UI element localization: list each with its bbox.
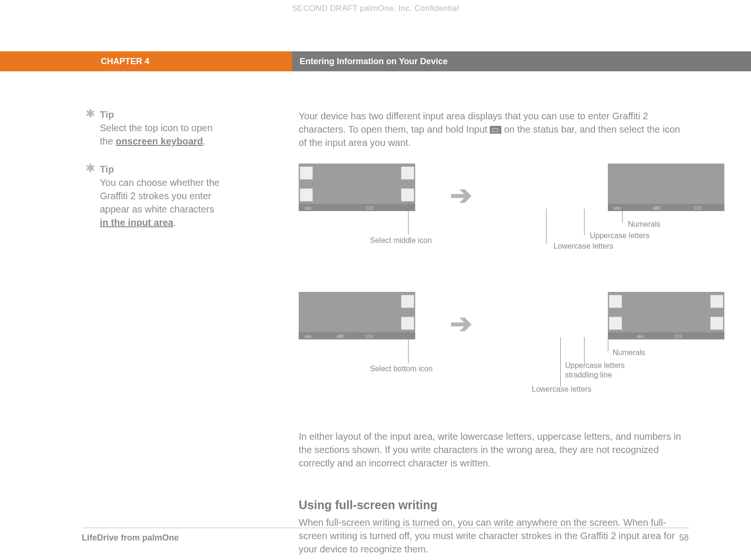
device-corner-icon [609, 295, 622, 308]
footer-title: LifeDrive from palmOne [82, 533, 179, 543]
diagram-bottom-icon: abc ABC 123 Select bottom icon ➔ abc 123… [299, 292, 689, 396]
device-image-right: abc 123 [608, 292, 724, 339]
bar-label: abc [636, 334, 644, 339]
intro-paragraph: Your device has two different input area… [299, 109, 689, 149]
tip-block: ✱ Tip Select the top icon to open the on… [86, 109, 224, 148]
chapter-label: CHAPTER 4 [0, 51, 292, 71]
callout-line [546, 209, 546, 244]
page-footer: LifeDrive from palmOne 58 [82, 528, 689, 543]
bar-label: ABC [653, 206, 661, 211]
callout-line [560, 337, 561, 387]
bar-label: ABC [337, 334, 344, 339]
device-corner-icon [300, 166, 313, 180]
device-corner-icon [609, 317, 622, 330]
callout-line [584, 209, 585, 235]
arrow-icon: ➔ [450, 308, 472, 339]
device-image-left: abc ABC 123 [299, 292, 415, 339]
callout-numerals: Numerals [628, 220, 660, 229]
tip-text: . [203, 136, 206, 146]
device-corner-icon [401, 188, 414, 202]
page-number: 58 [679, 533, 689, 543]
arrow-icon: ➔ [450, 180, 472, 211]
callout-lowercase: Lowercase letters [554, 241, 613, 251]
chapter-title: Entering Information on Your Device [292, 51, 751, 71]
diagram-middle-icon: abc 123 Select middle icon ➔ abc ABC 123… [299, 164, 689, 259]
callout-lowercase: Lowercase letters [532, 385, 591, 394]
callout-select-middle: Select middle icon [370, 236, 432, 245]
tip-body: You can choose whether the Graffiti 2 st… [100, 176, 224, 229]
device-bottom-bar: abc 123 [299, 204, 415, 211]
device-corner-icon [710, 317, 723, 330]
callout-select-bottom: Select bottom icon [370, 364, 433, 374]
callout-uppercase-straddle: Uppercase letters straddling line [565, 361, 641, 380]
sidebar-tips: ✱ Tip Select the top icon to open the on… [86, 109, 224, 245]
tip-block: ✱ Tip You can choose whether the Graffit… [86, 164, 224, 229]
callout-text: Select bottom icon [370, 365, 433, 373]
heading-fullscreen-writing: Using full-screen writing [299, 498, 689, 512]
callout-uppercase: Uppercase letters [590, 231, 649, 241]
callout-line [408, 202, 409, 235]
tip-link-input-area[interactable]: in the input area [100, 217, 173, 228]
device-corner-icon [401, 166, 414, 180]
device-corner-icon [401, 295, 414, 308]
bar-label: 123 [365, 206, 373, 211]
tip-heading: Tip [86, 164, 224, 175]
tip-link-onscreen-keyboard[interactable]: onscreen keyboard [116, 136, 203, 146]
device-image-left: abc 123 [299, 164, 415, 211]
asterisk-icon: ✱ [86, 164, 95, 173]
device-corner-icon [710, 295, 723, 308]
tip-heading: Tip [86, 109, 224, 120]
bar-label: abc [304, 206, 312, 211]
bar-label: 123 [674, 334, 682, 339]
tip-body: Select the top icon to open the onscreen… [100, 121, 224, 148]
bar-label: abc [304, 334, 312, 339]
middle-paragraph: In either layout of the input area, writ… [299, 430, 689, 470]
watermark-text: SECOND DRAFT palmOne, Inc. Confidential [0, 4, 751, 13]
callout-line [608, 337, 608, 351]
bar-label: 123 [365, 334, 373, 339]
device-corner-icon [401, 317, 414, 330]
main-content: Your device has two different input area… [299, 109, 689, 560]
callout-line [622, 209, 623, 223]
bar-label: abc [614, 206, 621, 211]
input-icon [490, 126, 501, 134]
device-bottom-bar: abc 123 [608, 332, 724, 339]
tip-text: . [173, 217, 176, 228]
device-corner-icon [300, 188, 313, 202]
device-bottom-bar: abc ABC 123 [299, 332, 415, 339]
callout-numerals: Numerals [613, 348, 645, 357]
callout-line [584, 337, 585, 363]
device-image-right: abc ABC 123 [608, 164, 724, 211]
chapter-banner: CHAPTER 4 Entering Information on Your D… [0, 51, 751, 71]
callout-line [408, 330, 409, 363]
callout-text: Select middle icon [370, 236, 432, 244]
bar-label: 123 [693, 206, 701, 211]
device-bottom-bar: abc ABC 123 [608, 204, 724, 211]
tip-text: You can choose whether the Graffiti 2 st… [100, 177, 220, 214]
asterisk-icon: ✱ [86, 109, 95, 118]
